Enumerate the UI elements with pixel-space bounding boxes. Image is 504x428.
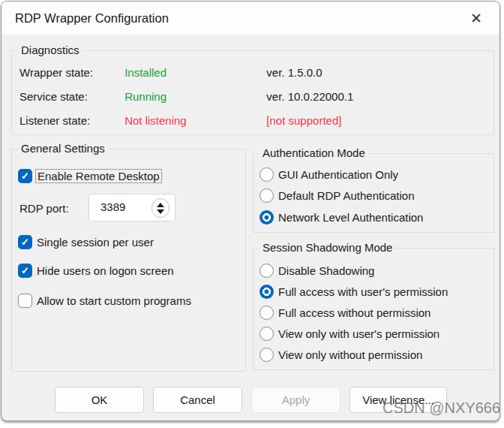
title-bar: RDP Wrapper Configuration ✕ [2,2,500,35]
session-shadowing-group: Session Shadowing Mode Disable Shadowing… [253,248,494,370]
checkbox-checked-icon: ✓ [18,169,32,183]
listener-state-value: Not listening [124,114,263,127]
authentication-mode-group: Authentication Mode GUI Authentication O… [253,153,494,233]
radio-label: Full access without permission [278,306,430,319]
wrapper-version: ver. 1.5.0.0 [266,66,322,79]
radio-label: Network Level Authentication [278,211,423,224]
radio-label: View only with user's permission [278,327,440,340]
radio-off-icon [260,188,274,203]
spinner-up-icon[interactable] [157,203,164,207]
radio-label: View only without permission [278,348,422,361]
radio-label: GUI Authentication Only [278,168,398,181]
diagnostic-row-service-state: Service state: Running ver. 10.0.22000.1 [20,90,484,103]
rdp-port-input[interactable]: 3389 [88,194,176,222]
apply-button: Apply [251,387,340,413]
general-settings-group-title: General Settings [18,142,108,155]
rdp-port-spinner[interactable] [152,198,170,218]
diagnostics-group: Diagnostics Wrapper state: Installed ver… [11,50,494,135]
radio-on-icon [260,285,274,299]
session-shadowing-group-title: Session Shadowing Mode [260,241,395,254]
radio-network-level-authentication[interactable]: Network Level Authentication [260,210,423,225]
spinner-down-icon[interactable] [157,209,164,214]
diagnostic-row-listener-state: Listener state: Not listening [not suppo… [20,114,484,127]
checkbox-checked-icon: ✓ [18,264,32,278]
radio-off-icon [260,167,274,182]
checkbox-label: Hide users on logon screen [37,264,174,277]
checkbox-hide-users[interactable]: ✓ Hide users on logon screen [18,264,174,278]
radio-label: Default RDP Authentication [278,189,415,202]
dialog-body: Diagnostics Wrapper state: Installed ver… [2,35,500,421]
radio-off-icon [260,306,274,320]
radio-full-access-with-permission[interactable]: Full access with user's permission [260,285,448,299]
wrapper-state-value: Installed [124,66,263,79]
radio-gui-authentication[interactable]: GUI Authentication Only [260,167,398,182]
diagnostics-group-title: Diagnostics [18,44,82,56]
listener-support-value: [not supported] [266,114,341,127]
wrapper-state-label: Wrapper state: [20,66,122,79]
view-license-button[interactable]: View license... [350,387,447,413]
radio-off-icon [260,348,274,362]
window-title: RDP Wrapper Configuration [15,11,169,26]
radio-label: Full access with user's permission [278,285,448,298]
radio-full-access-without-permission[interactable]: Full access without permission [260,306,430,320]
cancel-button[interactable]: Cancel [153,387,242,413]
checkbox-label: Enable Remote Desktop [35,169,162,183]
checkbox-unchecked-icon [18,294,32,308]
authentication-mode-group-title: Authentication Mode [260,146,368,159]
radio-on-icon [260,210,274,225]
service-version: ver. 10.0.22000.1 [266,90,353,103]
checkbox-label: Single session per user [37,236,154,249]
radio-view-only-with-permission[interactable]: View only with user's permission [260,327,440,341]
diagnostic-row-wrapper-state: Wrapper state: Installed ver. 1.5.0.0 [20,66,484,79]
close-button[interactable]: ✕ [464,6,489,30]
radio-off-icon [260,327,274,341]
radio-off-icon [260,264,274,278]
checkbox-checked-icon: ✓ [18,235,32,249]
ok-button[interactable]: OK [55,387,144,413]
general-settings-group: General Settings ✓ Enable Remote Desktop… [11,149,246,372]
checkbox-enable-remote-desktop[interactable]: ✓ Enable Remote Desktop [18,169,162,183]
radio-disable-shadowing[interactable]: Disable Shadowing [260,264,374,278]
service-state-label: Service state: [20,90,122,103]
service-state-value: Running [124,90,263,103]
dialog-window: RDP Wrapper Configuration ✕ Diagnostics … [1,1,500,421]
checkbox-single-session[interactable]: ✓ Single session per user [18,235,154,249]
rdp-port-label: RDP port: [20,202,69,215]
radio-default-rdp-authentication[interactable]: Default RDP Authentication [260,188,415,203]
checkbox-label: Allow to start custom programs [37,294,191,307]
rdp-port-value: 3389 [100,200,125,213]
listener-state-label: Listener state: [20,114,122,127]
checkbox-allow-custom-programs[interactable]: Allow to start custom programs [18,294,191,308]
radio-view-only-without-permission[interactable]: View only without permission [260,348,422,362]
radio-label: Disable Shadowing [278,264,374,277]
close-icon: ✕ [470,10,482,27]
